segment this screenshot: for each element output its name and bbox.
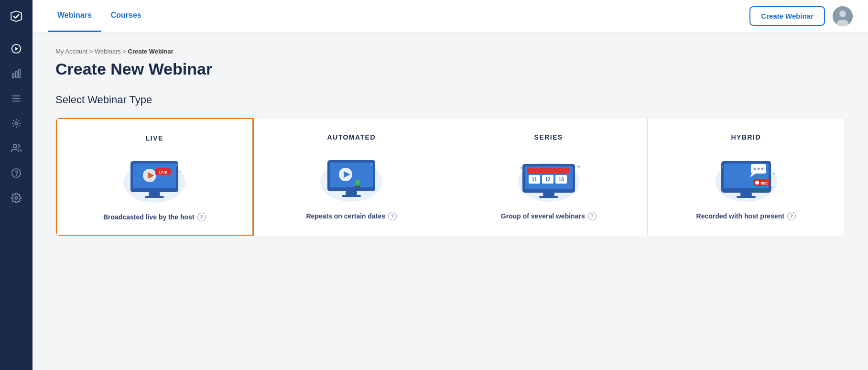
card-series-title: SERIES: [534, 133, 563, 141]
card-hybrid-illustration: REC ✦ ✦ ✦: [708, 151, 784, 203]
svg-text:✦: ✦: [720, 164, 724, 170]
logo[interactable]: [0, 0, 33, 33]
card-hybrid-desc: Recorded with host present ?: [696, 212, 796, 220]
main-area: Webinars Courses Create Webinar My Accou…: [33, 0, 868, 370]
breadcrumb-myaccount: My Account: [55, 48, 87, 55]
svg-rect-4: [15, 71, 17, 77]
sidebar-item-contacts[interactable]: [5, 137, 28, 160]
svg-rect-45: [543, 193, 554, 196]
webinar-type-cards: LIVE: [55, 118, 845, 236]
card-live-title: LIVE: [146, 134, 163, 142]
svg-rect-3: [12, 74, 14, 77]
svg-point-13: [15, 196, 18, 199]
svg-point-9: [15, 122, 18, 125]
card-live[interactable]: LIVE: [55, 118, 254, 236]
card-automated-desc: Repeats on certain dates ?: [306, 212, 397, 220]
svg-point-10: [13, 144, 17, 148]
breadcrumb-sep2: >: [122, 48, 128, 55]
card-live-help-icon[interactable]: ?: [197, 213, 206, 221]
sidebar-item-settings[interactable]: [5, 186, 28, 209]
svg-rect-34: [342, 195, 361, 197]
sidebar-item-analytics[interactable]: [5, 62, 28, 85]
sidebar-item-integrations[interactable]: [5, 112, 28, 135]
svg-text:✦: ✦: [178, 170, 182, 174]
svg-point-39: [356, 180, 359, 184]
svg-marker-2: [15, 47, 18, 50]
sidebar-nav: [0, 33, 33, 209]
sidebar-item-webinars[interactable]: [5, 37, 28, 60]
page-title: Create New Webinar: [55, 60, 845, 78]
svg-rect-21: [145, 196, 164, 198]
sidebar: [0, 0, 33, 370]
card-series[interactable]: SERIES: [450, 118, 648, 236]
card-series-illustration: 11 12 13 ✦ ✦: [510, 151, 587, 203]
svg-text:✦: ✦: [576, 163, 581, 170]
svg-text:✦: ✦: [369, 161, 374, 168]
svg-point-67: [755, 181, 759, 185]
svg-text:REC: REC: [760, 182, 768, 185]
top-navigation: Webinars Courses Create Webinar: [33, 0, 868, 33]
breadcrumb: My Account > Webinars > Create Webinar: [55, 48, 845, 55]
svg-point-15: [839, 11, 846, 17]
page-content: My Account > Webinars > Create Webinar C…: [33, 33, 868, 370]
svg-rect-33: [346, 191, 357, 195]
svg-rect-5: [19, 70, 21, 78]
card-series-help-icon[interactable]: ?: [588, 212, 597, 220]
svg-text:✦: ✦: [129, 165, 132, 171]
card-hybrid[interactable]: HYBRID: [648, 118, 845, 236]
section-title: Select Webinar Type: [55, 94, 845, 106]
breadcrumb-sep1: >: [89, 48, 95, 55]
tab-webinars[interactable]: Webinars: [48, 0, 101, 32]
create-webinar-button[interactable]: Create Webinar: [749, 6, 825, 26]
card-automated-illustration: ✦ ✦: [313, 151, 390, 203]
nav-tabs: Webinars Courses: [48, 0, 749, 32]
card-automated-help-icon[interactable]: ?: [388, 212, 397, 220]
svg-point-64: [757, 168, 760, 170]
tab-courses[interactable]: Courses: [101, 0, 151, 32]
card-automated[interactable]: AUTOMATED: [253, 118, 451, 236]
sidebar-item-support[interactable]: [5, 162, 28, 185]
card-hybrid-help-icon[interactable]: ?: [787, 212, 796, 220]
header-actions: Create Webinar: [749, 6, 853, 26]
svg-rect-59: [740, 193, 752, 196]
svg-text:12: 12: [545, 177, 551, 182]
svg-text:✦: ✦: [772, 171, 776, 176]
svg-point-63: [753, 168, 756, 170]
svg-text:✦: ✦: [519, 165, 523, 171]
breadcrumb-current: Create Webinar: [128, 48, 174, 55]
svg-rect-20: [149, 192, 160, 196]
svg-rect-0: [8, 8, 25, 25]
svg-text:LIVE: LIVE: [159, 170, 167, 174]
svg-rect-60: [737, 196, 756, 198]
svg-text:✦: ✦: [770, 185, 773, 190]
svg-rect-46: [539, 196, 558, 198]
svg-text:13: 13: [558, 177, 564, 182]
card-series-desc: Group of several webinars ?: [501, 212, 597, 220]
svg-rect-47: [527, 168, 570, 174]
svg-text:✦: ✦: [174, 162, 179, 168]
sidebar-item-sessions[interactable]: [5, 87, 28, 110]
svg-text:✦: ✦: [373, 169, 377, 174]
card-hybrid-title: HYBRID: [731, 133, 761, 141]
card-live-desc: Broadcasted live by the host ?: [103, 213, 206, 221]
card-automated-title: AUTOMATED: [327, 133, 376, 141]
avatar-image: [833, 6, 853, 26]
card-live-illustration: LIVE ✦ ✦ ✦: [116, 152, 193, 204]
svg-point-65: [761, 168, 763, 170]
user-avatar[interactable]: [833, 6, 853, 26]
breadcrumb-webinars: Webinars: [95, 48, 121, 55]
svg-text:11: 11: [532, 177, 537, 182]
